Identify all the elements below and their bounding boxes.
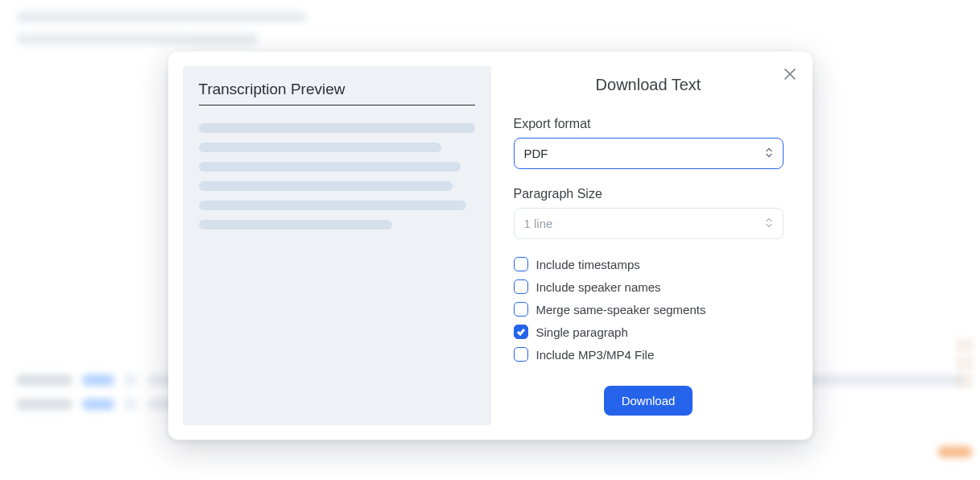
transcription-preview-pane: Transcription Preview <box>183 66 491 425</box>
preview-title: Transcription Preview <box>199 81 475 106</box>
download-text-modal: Transcription Preview Download Text Expo… <box>168 52 813 440</box>
download-form: Download Text Export format PDF Paragrap… <box>491 52 813 440</box>
option-label: Include timestamps <box>536 258 640 271</box>
close-button[interactable] <box>780 64 800 84</box>
paragraph-size-label: Paragraph Size <box>514 187 784 201</box>
checkbox <box>514 257 528 271</box>
checkbox <box>514 347 528 362</box>
export-format-select[interactable]: PDF <box>514 138 784 169</box>
preview-skeleton-line <box>199 143 442 152</box>
checkbox <box>514 279 528 294</box>
paragraph-size-select[interactable]: 1 line <box>514 208 784 239</box>
option-label: Merge same-speaker segments <box>536 303 706 317</box>
checkbox <box>514 325 528 339</box>
option-include-media-file[interactable]: Include MP3/MP4 File <box>514 347 784 362</box>
export-format-value: PDF <box>524 147 548 160</box>
paragraph-size-value: 1 line <box>524 217 553 230</box>
option-label: Include speaker names <box>536 280 661 294</box>
preview-skeleton-line <box>199 181 453 191</box>
option-merge-same-speaker[interactable]: Merge same-speaker segments <box>514 302 784 317</box>
preview-skeleton-line <box>199 123 475 133</box>
modal-title: Download Text <box>514 76 784 94</box>
close-icon <box>784 68 796 80</box>
export-options: Include timestamps Include speaker names… <box>514 257 784 362</box>
preview-skeleton-line <box>199 201 467 210</box>
preview-skeleton-line <box>199 220 392 230</box>
option-single-paragraph[interactable]: Single paragraph <box>514 325 784 339</box>
checkbox <box>514 302 528 317</box>
option-include-timestamps[interactable]: Include timestamps <box>514 257 784 271</box>
chevron-up-down-icon <box>765 217 773 230</box>
chevron-up-down-icon <box>765 147 773 160</box>
preview-skeleton-line <box>199 162 461 172</box>
option-include-speaker-names[interactable]: Include speaker names <box>514 279 784 294</box>
export-format-label: Export format <box>514 117 784 131</box>
modal-overlay: Transcription Preview Download Text Expo… <box>0 0 980 480</box>
option-label: Single paragraph <box>536 325 628 339</box>
download-button[interactable]: Download <box>604 386 693 416</box>
option-label: Include MP3/MP4 File <box>536 348 655 362</box>
